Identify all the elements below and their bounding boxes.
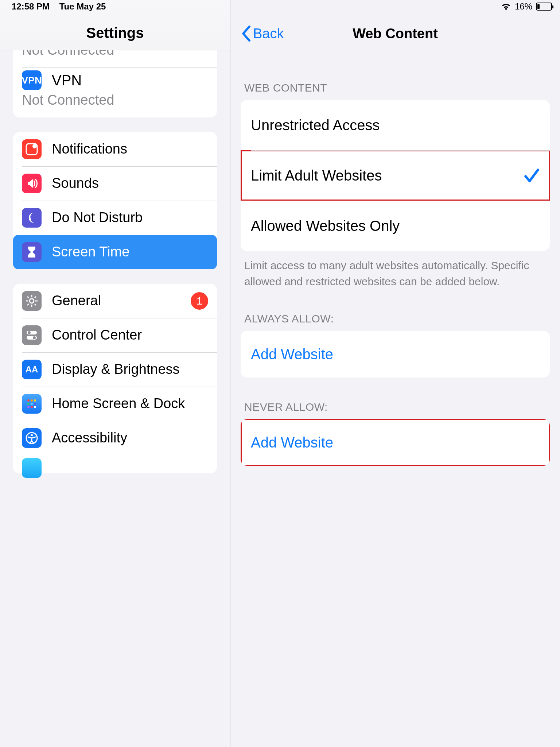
svg-point-16 [31,399,33,402]
svg-point-18 [27,403,30,405]
webcontent-footer: Limit access to many adult websites auto… [241,251,550,289]
hourglass-icon [22,242,42,262]
vpn-icon: VPN [22,70,42,90]
svg-point-12 [28,331,31,334]
partial-icon [22,458,42,478]
svg-point-22 [31,406,33,408]
option-unrestricted-label: Unrestricted Access [251,117,380,133]
sidebar-item-vpn[interactable]: VPN VPN Not Connected [13,67,217,117]
sidebar-group-general: General 1 Control Center AA Display & Br… [13,284,217,473]
notifications-label: Notifications [52,141,127,157]
moon-icon [22,208,42,228]
accessibility-label: Accessibility [52,430,127,446]
sidebar-item-sounds[interactable]: Sounds [13,166,217,201]
vpn-label: VPN [52,72,82,89]
toggles-icon [22,325,42,345]
vpn-status: Not Connected [22,92,208,108]
display-label: Display & Brightness [52,361,180,378]
general-label: General [52,293,101,309]
svg-point-21 [27,406,30,408]
option-unrestricted[interactable]: Unrestricted Access [241,100,550,150]
add-website-always[interactable]: Add Website [241,331,550,378]
gear-icon [22,291,42,311]
sidebar-item-control-center[interactable]: Control Center [13,318,217,352]
sidebar-item-display[interactable]: AA Display & Brightness [13,352,217,387]
back-button[interactable]: Back [241,26,284,42]
text-size-icon: AA [22,360,42,379]
svg-point-20 [34,403,36,405]
control-center-label: Control Center [52,327,142,343]
svg-line-9 [35,297,36,298]
bluetooth-status: Not Connected [22,50,208,58]
svg-point-17 [34,399,36,402]
svg-point-1 [32,144,37,148]
sidebar-item-accessibility[interactable]: Accessibility [13,421,217,455]
option-limit-adult-label: Limit Adult Websites [251,167,382,184]
webcontent-options: Unrestricted Access Limit Adult Websites… [241,100,550,251]
sidebar-group-connectivity: Bluetooth Not Connected VPN VPN Not Conn… [13,50,217,117]
svg-point-23 [34,406,36,408]
option-limit-adult[interactable]: Limit Adult Websites [241,150,550,201]
sounds-icon [22,174,42,193]
chevron-left-icon [241,26,252,42]
add-website-always-label: Add Website [251,346,333,363]
svg-point-14 [33,336,36,339]
option-allowed-only-label: Allowed Websites Only [251,218,400,234]
section-header-always-allow: ALWAYS ALLOW: [241,289,550,331]
svg-point-25 [31,434,33,436]
svg-point-15 [27,399,30,402]
detail-pane: Back Web Content WEB CONTENT Unrestricte… [230,0,560,747]
sidebar-item-bluetooth[interactable]: Bluetooth Not Connected [13,50,217,67]
svg-line-7 [27,297,29,298]
always-allow-card: Add Website [241,331,550,378]
sidebar-item-screentime[interactable]: Screen Time [13,235,217,269]
back-label: Back [253,26,284,42]
accessibility-icon [22,428,42,448]
app-grid-icon [22,394,42,414]
section-header-never-allow: NEVER ALLOW: [241,378,550,419]
screentime-label: Screen Time [52,244,129,260]
sidebar-item-partial[interactable] [13,455,217,473]
svg-point-19 [31,403,33,405]
sidebar-item-general[interactable]: General 1 [13,284,217,318]
status-time: 12:58 PM [12,1,50,11]
option-allowed-only[interactable]: Allowed Websites Only [241,201,550,251]
svg-line-8 [35,304,36,305]
add-website-never-label: Add Website [251,434,333,451]
section-header-webcontent: WEB CONTENT [241,50,550,100]
never-allow-card: Add Website [241,419,550,466]
homescreen-label: Home Screen & Dock [52,396,185,412]
sidebar-group-notifications: Notifications Sounds Do Not Disturb [13,132,217,269]
dnd-label: Do Not Disturb [52,210,143,226]
sidebar-scroll[interactable]: Bluetooth Not Connected VPN VPN Not Conn… [0,50,230,747]
settings-sidebar: Settings Bluetooth Not Connected [0,0,230,747]
detail-header: Back Web Content [230,0,560,50]
general-badge: 1 [191,292,208,310]
notifications-icon [22,139,42,159]
svg-point-2 [30,299,34,303]
sounds-label: Sounds [52,175,99,191]
add-website-never[interactable]: Add Website [241,419,550,466]
sidebar-item-notifications[interactable]: Notifications [13,132,217,166]
status-date: Tue May 25 [59,1,106,11]
sidebar-item-homescreen[interactable]: Home Screen & Dock [13,387,217,421]
svg-line-10 [27,304,29,305]
checkmark-icon [524,167,540,183]
sidebar-item-dnd[interactable]: Do Not Disturb [13,201,217,235]
